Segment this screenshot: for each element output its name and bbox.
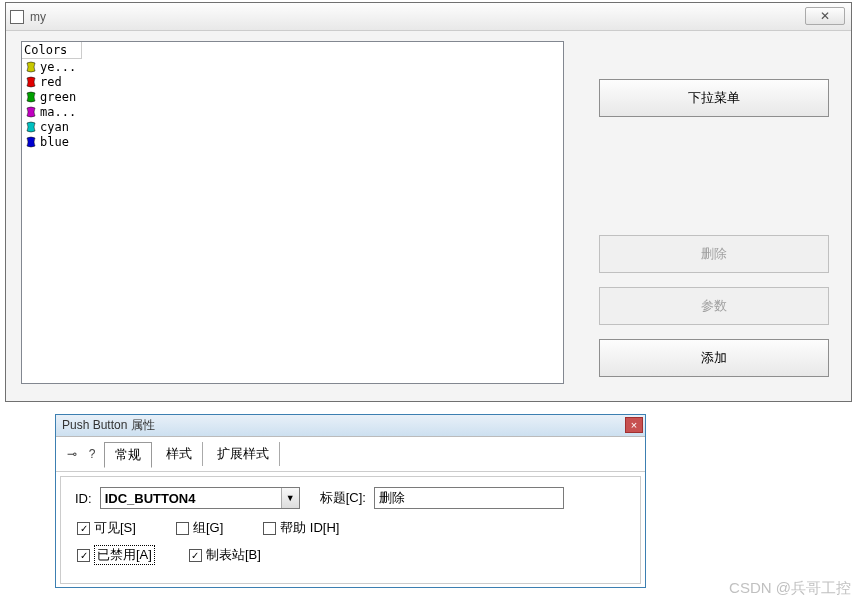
- props-body: ID: ▼ 标题[C]: 可见[S] 组[G] 帮助 ID[H]: [60, 476, 641, 584]
- checkbox-icon: [176, 522, 189, 535]
- checkbox-icon: [263, 522, 276, 535]
- color-swatch-icon: [24, 136, 38, 148]
- list-item[interactable]: cyan: [22, 119, 563, 134]
- list-item-label: green: [40, 90, 76, 104]
- colors-listbox[interactable]: Colors ye... red green ma... cyan blue: [21, 41, 564, 384]
- watermark: CSDN @兵哥工控: [729, 579, 851, 598]
- list-header: Colors: [22, 42, 82, 59]
- help-icon[interactable]: ?: [84, 446, 100, 462]
- id-label: ID:: [75, 491, 92, 506]
- list-item-label: cyan: [40, 120, 69, 134]
- app-icon: [10, 10, 24, 24]
- group-checkbox[interactable]: 组[G]: [176, 519, 223, 537]
- list-item-label: red: [40, 75, 62, 89]
- color-swatch-icon: [24, 121, 38, 133]
- tab-style[interactable]: 样式: [156, 442, 203, 466]
- close-button[interactable]: ✕: [805, 7, 845, 25]
- pin-icon[interactable]: ⊸: [64, 446, 80, 462]
- main-window: my ✕ Colors ye... red green ma... cyan b…: [5, 2, 852, 402]
- id-combobox[interactable]: ▼: [100, 487, 300, 509]
- list-item[interactable]: ma...: [22, 104, 563, 119]
- close-icon[interactable]: ×: [625, 417, 643, 433]
- caption-label: 标题[C]:: [320, 489, 366, 507]
- caption-input[interactable]: [374, 487, 564, 509]
- list-item-label: ma...: [40, 105, 76, 119]
- params-button[interactable]: 参数: [599, 287, 829, 325]
- list-item-label: ye...: [40, 60, 76, 74]
- color-swatch-icon: [24, 106, 38, 118]
- color-swatch-icon: [24, 91, 38, 103]
- list-item[interactable]: ye...: [22, 59, 563, 74]
- color-swatch-icon: [24, 61, 38, 73]
- list-item[interactable]: red: [22, 74, 563, 89]
- checkbox-icon: [77, 522, 90, 535]
- list-item[interactable]: blue: [22, 134, 563, 149]
- list-item[interactable]: green: [22, 89, 563, 104]
- chevron-down-icon[interactable]: ▼: [281, 488, 299, 508]
- props-titlebar: Push Button 属性 ×: [56, 415, 645, 437]
- tab-general[interactable]: 常规: [104, 442, 152, 468]
- disabled-checkbox[interactable]: 已禁用[A]: [77, 545, 155, 565]
- props-toolbar: ⊸ ? 常规 样式 扩展样式: [56, 437, 645, 472]
- tabstop-checkbox[interactable]: 制表站[B]: [189, 545, 261, 565]
- id-input[interactable]: [101, 489, 281, 508]
- delete-button[interactable]: 删除: [599, 235, 829, 273]
- main-titlebar: my ✕: [6, 3, 851, 31]
- checkbox-icon: [189, 549, 202, 562]
- properties-dialog: Push Button 属性 × ⊸ ? 常规 样式 扩展样式 ID: ▼ 标题…: [55, 414, 646, 588]
- color-swatch-icon: [24, 76, 38, 88]
- window-title: my: [30, 10, 46, 24]
- checkbox-icon: [77, 549, 90, 562]
- dropdown-menu-button[interactable]: 下拉菜单: [599, 79, 829, 117]
- helpid-checkbox[interactable]: 帮助 ID[H]: [263, 519, 339, 537]
- tab-ext-style[interactable]: 扩展样式: [207, 442, 280, 466]
- add-button[interactable]: 添加: [599, 339, 829, 377]
- list-item-label: blue: [40, 135, 69, 149]
- visible-checkbox[interactable]: 可见[S]: [77, 519, 136, 537]
- props-title: Push Button 属性: [62, 417, 155, 434]
